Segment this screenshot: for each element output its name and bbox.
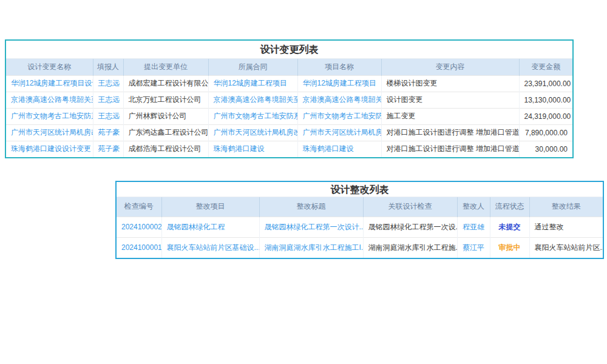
change-amount-cell: 23,391,000.00	[519, 75, 572, 92]
column-header-change-amount: 变更金额	[519, 59, 572, 75]
table-row: 2024100002 晟铭园林绿化工程 晟铭园林绿化工程第一次设计... 晟铭园…	[117, 217, 603, 237]
contract-link[interactable]: 京港澳高速公路粤境韶关至...	[208, 92, 297, 108]
column-header-contract: 所属合同	[208, 59, 297, 75]
project-name-link[interactable]: 广州市文物考古工地安防系...	[297, 108, 381, 124]
rectify-project-link[interactable]: 襄阳火车站站前片区基础设...	[161, 237, 259, 258]
change-name-link[interactable]: 华润12城房建工程项目设计...	[6, 75, 93, 92]
design-rectify-panel: 设计整改列表 检查编号 整改项目 整改标题 关联设计检查 整改人 流程状态 整改…	[115, 181, 604, 259]
change-content-cell: 对港口施工设计图进行调整 增加港口管道建设工程	[381, 141, 519, 157]
column-header-reporter: 填报人	[93, 59, 123, 75]
reporter-link[interactable]: 苑子豪	[93, 141, 123, 157]
flow-status-badge: 审批中	[490, 237, 529, 258]
check-no-link[interactable]: 2024100001	[117, 237, 161, 258]
column-header-project-name: 项目名称	[297, 59, 381, 75]
rectifier-link[interactable]: 蔡江平	[457, 237, 490, 258]
column-header-change-name: 设计变更名称	[6, 59, 93, 75]
change-name-link[interactable]: 广州市文物考古工地安防系...	[6, 108, 93, 124]
table-row: 华润12城房建工程项目设计... 王志远 成都宏建工程设计有限公司 华润12城房…	[6, 75, 572, 92]
project-name-link[interactable]: 华润12城房建工程项目	[297, 75, 381, 92]
change-content-cell: 施工变更	[381, 108, 519, 124]
project-name-link[interactable]: 广州市天河区统计局机房改...	[297, 124, 381, 141]
change-amount-cell: 13,130,000.00	[519, 92, 572, 108]
reporter-link[interactable]: 王志远	[93, 92, 123, 108]
flow-status-badge: 未提交	[490, 217, 529, 237]
project-name-link[interactable]: 珠海鹤港口建设	[297, 141, 381, 157]
table-row: 广州市天河区统计局机房改... 苑子豪 广东鸿达鑫工程设计公司 广州市天河区统计…	[6, 124, 572, 141]
proposing-unit-cell: 广州林辉设计公司	[123, 108, 208, 124]
column-header-proposing-unit: 提出变更单位	[123, 59, 208, 75]
design-rectify-header-row: 检查编号 整改项目 整改标题 关联设计检查 整改人 流程状态 整改结果	[117, 197, 603, 217]
proposing-unit-cell: 广东鸿达鑫工程设计公司	[123, 124, 208, 141]
change-content-cell: 设计图变更	[381, 92, 519, 108]
change-content-cell: 楼梯设计图变更	[381, 75, 519, 92]
check-no-link[interactable]: 2024100002	[117, 217, 161, 237]
change-name-link[interactable]: 珠海鹤港口建设设计变更	[6, 141, 93, 157]
change-amount-cell: 30,000.00	[519, 141, 572, 157]
design-change-table-title: 设计变更列表	[6, 41, 572, 59]
table-row: 珠海鹤港口建设设计变更 苑子豪 成都浩海工程设计公司 珠海鹤港口建设 珠海鹤港口…	[6, 141, 572, 157]
table-row: 广州市文物考古工地安防系... 王志远 广州林辉设计公司 广州市文物考古工地安防…	[6, 108, 572, 124]
column-header-rectify-title: 整改标题	[259, 197, 363, 217]
proposing-unit-cell: 北京万虹工程设计公司	[123, 92, 208, 108]
rectify-result-cell: 襄阳火车站站前片区...	[529, 237, 603, 258]
design-change-header-row: 设计变更名称 填报人 提出变更单位 所属合同 项目名称 变更内容 变更金额	[6, 59, 572, 75]
column-header-flow-status: 流程状态	[490, 197, 529, 217]
column-header-related-check: 关联设计检查	[363, 197, 457, 217]
change-content-cell: 对港口施工设计图进行调整 增加港口管道建设工程	[381, 124, 519, 141]
rectifier-link[interactable]: 程亚雄	[457, 217, 490, 237]
reporter-link[interactable]: 王志远	[93, 108, 123, 124]
rectify-result-cell: 通过整改	[529, 217, 603, 237]
column-header-rectify-result: 整改结果	[529, 197, 603, 217]
contract-link[interactable]: 华润12城房建工程项目	[208, 75, 297, 92]
column-header-rectifier: 整改人	[457, 197, 490, 217]
contract-link[interactable]: 广州市天河区统计局机房改...	[208, 124, 297, 141]
contract-link[interactable]: 珠海鹤港口建设	[208, 141, 297, 157]
design-rectify-table: 检查编号 整改项目 整改标题 关联设计检查 整改人 流程状态 整改结果 2024…	[117, 197, 603, 258]
rectify-title-link[interactable]: 湖南洞庭湖水库引水工程施工I...	[259, 237, 363, 258]
column-header-change-content: 变更内容	[381, 59, 519, 75]
column-header-rectify-project: 整改项目	[161, 197, 259, 217]
design-rectify-table-title: 设计整改列表	[117, 182, 603, 197]
design-change-table: 设计变更名称 填报人 提出变更单位 所属合同 项目名称 变更内容 变更金额 华润…	[6, 59, 572, 157]
reporter-link[interactable]: 苑子豪	[93, 124, 123, 141]
design-change-panel: 设计变更列表 设计变更名称 填报人 提出变更单位 所属合同 项目名称 变更内容 …	[5, 39, 574, 158]
contract-link[interactable]: 广州市文物考古工地安防系...	[208, 108, 297, 124]
change-name-link[interactable]: 京港澳高速公路粤境韶关至...	[6, 92, 93, 108]
change-amount-cell: 7,890,000.00	[519, 124, 572, 141]
related-check-cell: 晟铭园林绿化工程第一次设...	[363, 217, 457, 237]
rectify-title-link[interactable]: 晟铭园林绿化工程第一次设计...	[259, 217, 363, 237]
reporter-link[interactable]: 王志远	[93, 75, 123, 92]
table-row: 京港澳高速公路粤境韶关至... 王志远 北京万虹工程设计公司 京港澳高速公路粤境…	[6, 92, 572, 108]
proposing-unit-cell: 成都浩海工程设计公司	[123, 141, 208, 157]
related-check-cell: 湖南洞庭湖水库引水工程施...	[363, 237, 457, 258]
change-name-link[interactable]: 广州市天河区统计局机房改...	[6, 124, 93, 141]
change-amount-cell: 24,319,000.00	[519, 108, 572, 124]
project-name-link[interactable]: 京港澳高速公路粤境韶关至...	[297, 92, 381, 108]
table-row: 2024100001 襄阳火车站站前片区基础设... 湖南洞庭湖水库引水工程施工…	[117, 237, 603, 258]
column-header-check-no: 检查编号	[117, 197, 161, 217]
proposing-unit-cell: 成都宏建工程设计有限公司	[123, 75, 208, 92]
rectify-project-link[interactable]: 晟铭园林绿化工程	[161, 217, 259, 237]
